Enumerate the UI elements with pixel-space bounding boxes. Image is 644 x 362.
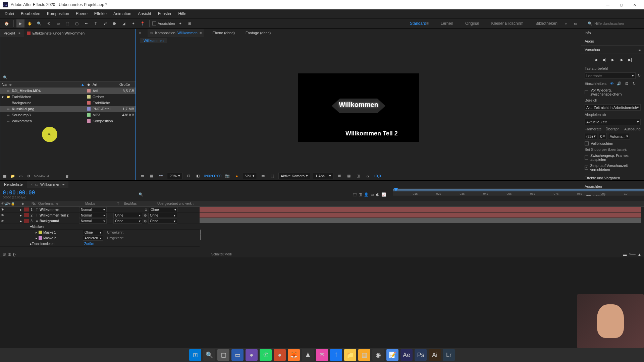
draft-3d-button[interactable]: ◫ (359, 192, 362, 197)
project-item[interactable]: BackgroundFarbfläche (0, 100, 136, 106)
menu-bearbeiten[interactable]: Bearbeiten (17, 9, 44, 18)
current-time[interactable]: 0:00:00:00 (204, 174, 221, 178)
snap-checkbox[interactable]: Ausrichten (152, 21, 175, 25)
col-mode[interactable]: Modus (84, 201, 116, 206)
range-select[interactable]: Akt. Zeit nicht in Arbeitsbereich▾ (585, 104, 641, 111)
puppet-tool[interactable]: 📍 (139, 19, 147, 27)
toggle-modes-button[interactable]: ◫ (8, 252, 11, 256)
next-frame-button[interactable]: |▶ (619, 57, 625, 63)
timeline-layer[interactable]: 👁▸3■BackgroundNormal ▾Ohne ▾⊙Ohne ▾ (0, 218, 200, 224)
taskbar-app[interactable]: 📝 (386, 349, 398, 361)
panel-menu-icon[interactable]: ≡ (62, 182, 64, 186)
panel-menu-icon[interactable]: ≡ (639, 48, 641, 52)
menu-ebene[interactable]: Ebene (72, 9, 91, 18)
snapshot-button[interactable]: 📷 (224, 173, 231, 179)
tab-effect-controls[interactable]: Effekteinstellungen Willkommen (24, 29, 88, 37)
tab-timeline-comp[interactable]: × ▭ Willkommen ≡ (27, 181, 69, 188)
taskbar-app[interactable]: f (330, 349, 342, 361)
taskbar-app[interactable]: Ae (400, 349, 413, 361)
views-dropdown[interactable]: 1 Ans...▾ (313, 173, 333, 179)
menu-ansicht[interactable]: Ansicht (135, 9, 154, 18)
guide-button[interactable]: ▦ (345, 173, 352, 179)
more-icon[interactable]: » (565, 21, 567, 25)
close-tab-icon[interactable]: × (139, 31, 141, 35)
zoom-dropdown[interactable]: 25%▾ (167, 173, 182, 179)
pan-behind-tool[interactable]: ⬚ (63, 19, 71, 27)
menu-animation[interactable]: Animation (110, 9, 135, 18)
search-icon[interactable]: 🔍 (139, 192, 143, 197)
transparency-grid-button[interactable]: ▦ (148, 173, 155, 179)
taskbar-app[interactable]: ⊞ (189, 349, 201, 361)
preview-panel-header[interactable]: Vorschau ≡ (581, 46, 644, 54)
zoom-tool[interactable]: 🔍 (35, 19, 43, 27)
taskbar-app[interactable]: ● (246, 349, 258, 361)
menu-fenster[interactable]: Fenster (155, 9, 175, 18)
resolution-dropdown[interactable]: Voll▾ (243, 173, 257, 179)
reset-icon[interactable]: ↻ (638, 73, 641, 78)
workspace-menu-icon[interactable]: ≡ (426, 21, 429, 26)
project-item[interactable]: ▭Sound.mp3MP3438 KB (0, 112, 136, 118)
timeline-layer[interactable]: 👁▸2TWillkommen Teil 2Normal ▾Ohne ▾⊙Ohne… (0, 213, 200, 218)
mask-row[interactable]: ▸ Maske 2Addieren▾Umgekehrt (0, 235, 200, 241)
move-time-checkbox[interactable] (585, 166, 588, 170)
include-overlays-icon[interactable]: ⊡ (624, 81, 630, 86)
tab-render-queue[interactable]: Renderliste (0, 181, 27, 188)
shy-button[interactable]: 👤 (364, 192, 369, 197)
menu-effekte[interactable]: Effekte (91, 9, 110, 18)
timeline-layers-list[interactable]: 👁▸1TWillkommenNormal ▾⊙Ohne ▾👁▸2TWillkom… (0, 207, 200, 251)
camera-dropdown[interactable]: Aktive Kamera▾ (278, 173, 311, 179)
pen-tool[interactable]: ✒ (82, 19, 90, 27)
frame-blend-button[interactable]: ▭ (371, 192, 374, 197)
graph-editor-button[interactable]: 📈 (381, 192, 386, 197)
col-label[interactable]: ◆ (86, 81, 91, 87)
play-button[interactable]: ▶ (610, 57, 616, 63)
zoom-slider[interactable]: ○━━ (629, 252, 636, 256)
zoom-out-icon[interactable]: ▬ (623, 252, 627, 256)
taskbar-app[interactable]: 🔍 (203, 349, 215, 361)
first-frame-button[interactable]: |◀ (592, 57, 598, 63)
fullscreen-checkbox[interactable] (585, 141, 589, 145)
col-nr[interactable]: Nr. (30, 201, 37, 206)
play-from-select[interactable]: Aktuelle Zeit▾ (585, 119, 641, 125)
orbit-tool[interactable]: ⟲ (45, 19, 53, 27)
audio-icon[interactable]: 🔊 (5, 202, 9, 205)
workspace-standard[interactable]: Standard≡ (407, 21, 431, 26)
project-item[interactable]: ▭Kursbild.pngPNG-Datei1,7 MB (0, 106, 136, 112)
zoom-in-icon[interactable]: ▲ (638, 252, 641, 256)
include-video-icon[interactable]: 👁 (609, 81, 615, 86)
project-item[interactable]: ▭DJI_Mexiko.MP4AVI3,5 GB (0, 88, 136, 94)
taskbar-app[interactable]: ▭ (231, 349, 244, 361)
project-item[interactable]: ▾📁FarbflächenOrdner (0, 94, 136, 100)
taskbar-app[interactable]: Ai (429, 349, 441, 361)
mask-toggle-button[interactable]: 👓 (158, 173, 164, 179)
shape-tool[interactable]: ▢ (73, 19, 81, 27)
project-list[interactable]: ▭DJI_Mexiko.MP4AVI3,5 GB▾📁FarbflächenOrd… (0, 88, 136, 172)
current-timecode[interactable]: 0:00:00:00 (3, 189, 133, 196)
switches-modes-label[interactable]: Schalter/Modi (211, 252, 232, 256)
comp-viewer[interactable]: Willkommen Willkommen Teil 2 (136, 44, 581, 171)
taskbar-app[interactable]: ◉ (372, 349, 384, 361)
taskbar-app[interactable]: ✆ (260, 349, 272, 361)
framerate-select[interactable]: (25)▾ (585, 133, 597, 139)
clone-tool[interactable]: ⬣ (110, 19, 118, 27)
prev-frame-button[interactable]: ◀| (601, 57, 607, 63)
fast-preview-button[interactable]: ▭ (260, 173, 266, 179)
toggle-switches-button[interactable]: ⊞ (3, 252, 6, 256)
eye-icon[interactable]: 👁 (1, 202, 5, 205)
info-panel-header[interactable]: Info (581, 29, 644, 37)
taskbar-app[interactable]: ♟ (302, 349, 314, 361)
pixel-aspect-button[interactable]: ◫ (355, 173, 362, 179)
timeline-bars-area[interactable] (200, 207, 644, 251)
new-comp-button[interactable]: ▭ (18, 173, 24, 179)
show-channel-button[interactable]: ● (233, 173, 240, 179)
menu-hilfe[interactable]: Hilfe (175, 9, 190, 18)
workspace-kleiner-bildschirm[interactable]: Kleiner Bildschirm (488, 21, 526, 26)
adjust-exposure-button[interactable]: ☼ (364, 173, 371, 179)
skip-select[interactable]: 0▾ (599, 133, 607, 139)
panel-menu-icon[interactable]: ≡ (18, 32, 20, 35)
tab-layer[interactable]: Ebene (ohne) (210, 29, 237, 37)
menu-komposition[interactable]: Komposition (44, 9, 72, 18)
shortcut-select[interactable]: Leertaste▾ (585, 72, 636, 79)
tab-footage[interactable]: Footage (ohne) (244, 29, 273, 37)
exposure-value[interactable]: +0,0 (374, 174, 381, 178)
